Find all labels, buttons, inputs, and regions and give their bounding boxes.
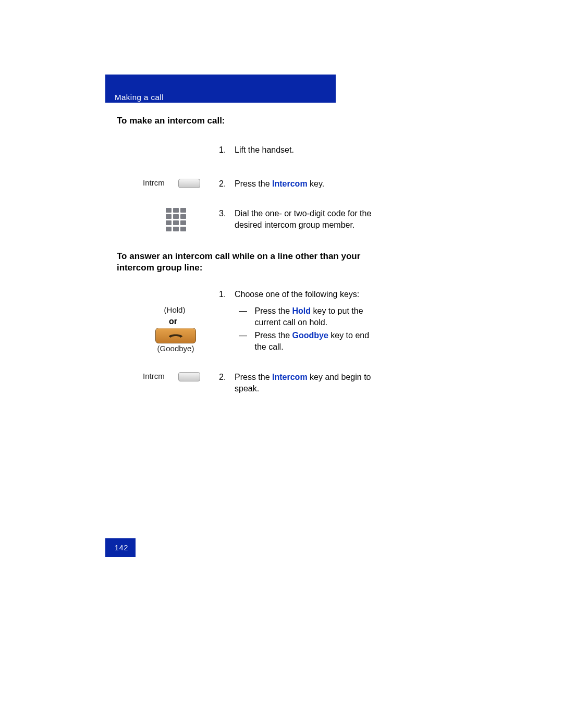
- bullet-text-pre: Press the: [254, 331, 292, 340]
- section1-title: To make an intercom call:: [117, 116, 225, 126]
- softkey-icon: [178, 179, 200, 188]
- hold-keyword: Hold: [292, 306, 311, 315]
- section2-title: To answer an intercom call while on a li…: [117, 251, 377, 274]
- page-number: 142: [115, 544, 128, 552]
- step-text: Lift the handset.: [235, 145, 294, 154]
- step-2-1: 1.Choose one of the following keys:: [219, 289, 386, 300]
- bullet-goodbye: — Press the Goodbye key to end the call.: [235, 330, 386, 352]
- softkey-icon: [178, 372, 200, 381]
- document-page: Making a call To make an intercom call: …: [0, 0, 563, 728]
- goodbye-label: (Goodbye): [147, 344, 204, 353]
- or-label: or: [169, 317, 177, 326]
- step-number: 2.: [219, 178, 235, 190]
- dialpad-icon: [166, 208, 186, 231]
- step-text-post: key.: [308, 179, 325, 188]
- step-1-2: 2.Press the Intercom key.: [219, 178, 386, 190]
- step-number: 3.: [219, 208, 235, 219]
- step-number: 2.: [219, 372, 235, 383]
- intercom-keyword: Intercom: [272, 179, 308, 188]
- step-text: Dial the one- or two-digit code for the …: [235, 208, 381, 230]
- bullet-hold: — Press the Hold key to put the current …: [235, 305, 386, 328]
- step-1-1: 1.Lift the handset.: [219, 144, 386, 156]
- hold-label: (Hold): [151, 305, 198, 314]
- dash-icon: —: [235, 330, 252, 341]
- section-header: Making a call: [115, 93, 164, 102]
- step-number: 1.: [219, 144, 235, 156]
- intercom-key-label: Intrcm: [143, 178, 174, 187]
- goodbye-button-icon: [155, 328, 196, 343]
- intercom-key-label: Intrcm: [143, 372, 174, 380]
- step-1-3: 3. Dial the one- or two-digit code for t…: [219, 208, 381, 230]
- step-text: Choose one of the following keys:: [235, 290, 359, 299]
- step-2-2: 2. Press the Intercom key and begin to s…: [219, 372, 381, 394]
- step-text-pre: Press the: [235, 373, 272, 381]
- bullet-text-pre: Press the: [254, 306, 292, 315]
- goodbye-keyword: Goodbye: [292, 331, 328, 340]
- step-text-pre: Press the: [235, 179, 272, 188]
- step-number: 1.: [219, 289, 235, 300]
- dash-icon: —: [235, 305, 252, 317]
- intercom-keyword: Intercom: [272, 373, 308, 381]
